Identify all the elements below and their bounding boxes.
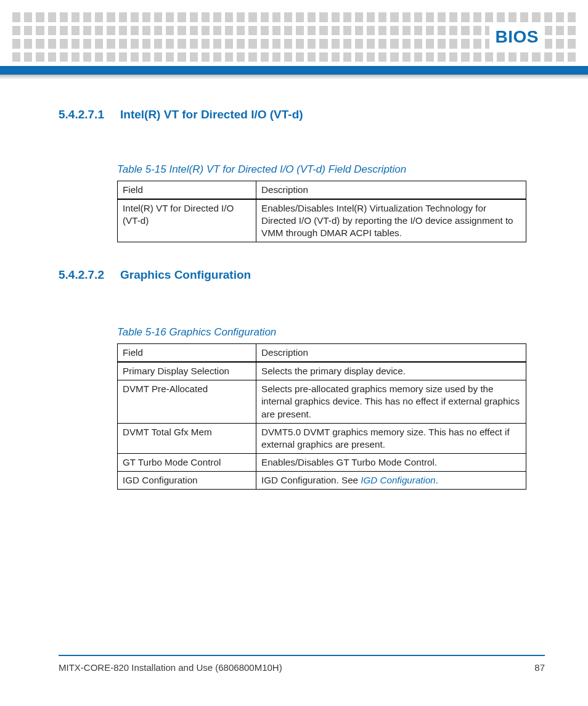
table-row: GT Turbo Mode Control Enables/Disables G… [118,453,526,471]
cell-description: Enables/Disables Intel(R) Virtualization… [256,199,526,242]
table-header-description: Description [256,344,526,363]
table-caption-5-15: Table 5-15 Intel(R) VT for Directed I/O … [117,163,529,176]
cell-field: GT Turbo Mode Control [118,453,256,471]
cell-description: DVMT5.0 DVMT graphics memory size. This … [256,423,526,453]
cell-description: Enables/Disables GT Turbo Mode Control. [256,453,526,471]
section-heading-graphics: 5.4.2.7.2 Graphics Configuration [59,268,529,282]
footer-rule [59,655,545,656]
table-5-16: Field Description Primary Display Select… [117,343,526,490]
cell-field: Intel(R) VT for Directed I/O (VT-d) [118,199,256,242]
section-number: 5.4.2.7.1 [59,108,107,121]
section-number: 5.4.2.7.2 [59,268,107,282]
table-header-field: Field [118,344,256,363]
cell-description: IGD Configuration. See IGD Configuration… [256,471,526,489]
section-title: Intel(R) VT for Directed I/O (VT-d) [120,108,303,121]
link-igd-configuration[interactable]: IGD Configuration [361,475,436,485]
cell-field: DVMT Pre-Allocated [118,380,256,423]
table-row: DVMT Pre-Allocated Selects pre-allocated… [118,380,526,423]
table-row: Intel(R) VT for Directed I/O (VT-d) Enab… [118,199,526,242]
cell-field: IGD Configuration [118,471,256,489]
table-caption-5-16: Table 5-16 Graphics Configuration [117,326,529,339]
footer-doc-title: MITX-CORE-820 Installation and Use (6806… [59,662,282,673]
cell-field: DVMT Total Gfx Mem [118,423,256,453]
footer-page-number: 87 [534,662,545,673]
table-header-description: Description [256,181,526,200]
section-heading-vtd: 5.4.2.7.1 Intel(R) VT for Directed I/O (… [59,108,529,121]
chapter-title: BIOS [489,23,545,51]
page-footer: MITX-CORE-820 Installation and Use (6806… [59,655,545,673]
section-title: Graphics Configuration [120,268,251,282]
cell-description: Selects the primary display device. [256,362,526,380]
table-row: IGD Configuration IGD Configuration. See… [118,471,526,489]
header-rule [0,66,588,80]
table-row: Primary Display Selection Selects the pr… [118,362,526,380]
cell-description: Selects pre-allocated graphics memory si… [256,380,526,423]
table-row: DVMT Total Gfx Mem DVMT5.0 DVMT graphics… [118,423,526,453]
cell-field: Primary Display Selection [118,362,256,380]
table-header-field: Field [118,181,256,200]
table-5-15: Field Description Intel(R) VT for Direct… [117,181,526,242]
